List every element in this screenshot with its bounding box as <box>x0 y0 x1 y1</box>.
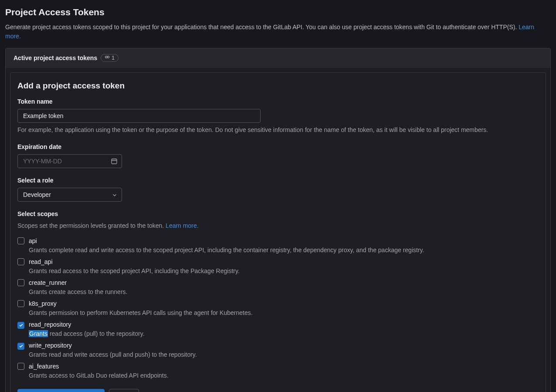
scope-row-api: apiGrants complete read and write access… <box>17 237 539 255</box>
create-token-button[interactable]: Create project access token <box>17 389 105 392</box>
page-title: Project Access Tokens <box>5 5 551 19</box>
token-name-input[interactable] <box>17 109 261 123</box>
form-heading: Add a project access token <box>17 80 539 92</box>
scope-name[interactable]: read_api <box>29 257 240 267</box>
scope-name[interactable]: read_repository <box>29 320 145 329</box>
scopes-label: Select scopes <box>17 210 539 219</box>
scope-checkbox-k8s_proxy[interactable] <box>17 300 24 307</box>
scopes-intro: Scopes set the permission levels granted… <box>17 221 539 230</box>
scope-name[interactable]: k8s_proxy <box>29 299 253 308</box>
highlighted-word: Grants <box>29 330 48 337</box>
token-icon <box>105 54 110 62</box>
scope-description: Grants read access (pull) to the reposit… <box>29 329 145 338</box>
panel-header[interactable]: Active project access tokens 1 <box>6 48 550 68</box>
svg-point-0 <box>105 56 108 58</box>
cancel-button[interactable]: Cancel <box>109 389 139 392</box>
scope-row-k8s_proxy: k8s_proxyGrants permission to perform Ku… <box>17 299 539 318</box>
token-count-value: 1 <box>112 54 115 62</box>
scope-name[interactable]: api <box>29 237 424 246</box>
panel-header-label: Active project access tokens <box>14 54 97 63</box>
scope-description-rest: read access (pull) to the repository. <box>48 330 145 337</box>
scope-checkbox-create_runner[interactable] <box>17 279 24 286</box>
page-description: Generate project access tokens scoped to… <box>5 23 551 41</box>
expiration-label: Expiration date <box>17 142 539 152</box>
scope-name[interactable]: write_repository <box>29 341 197 350</box>
scope-name[interactable]: create_runner <box>29 278 127 287</box>
page-description-text: Generate project access tokens scoped to… <box>5 24 519 30</box>
add-token-form: Add a project access token Token name Fo… <box>10 72 546 392</box>
scope-row-create_runner: create_runnerGrants create access to the… <box>17 278 539 297</box>
scope-description: Grants read access to the scoped project… <box>29 267 240 276</box>
scope-description: Grants read and write access (pull and p… <box>29 350 197 359</box>
role-select[interactable]: Developer <box>17 188 122 202</box>
scope-checkbox-read_api[interactable] <box>17 258 24 265</box>
expiration-input[interactable] <box>17 154 122 168</box>
scopes-intro-text: Scopes set the permission levels granted… <box>17 222 166 229</box>
token-count-badge: 1 <box>101 54 119 62</box>
scope-name[interactable]: ai_features <box>29 362 169 371</box>
scope-row-read_repository: read_repositoryGrants read access (pull)… <box>17 320 539 338</box>
svg-point-1 <box>107 56 109 58</box>
scope-description: Grants create access to the runners. <box>29 287 127 297</box>
scope-description: Grants permission to perform Kubernetes … <box>29 308 253 318</box>
scope-row-read_api: read_apiGrants read access to the scoped… <box>17 257 539 276</box>
scope-checkbox-read_repository[interactable] <box>17 322 24 329</box>
token-name-label: Token name <box>17 97 539 106</box>
scope-row-write_repository: write_repositoryGrants read and write ac… <box>17 341 539 359</box>
scopes-learn-more-link[interactable]: Learn more. <box>166 222 198 229</box>
scope-checkbox-ai_features[interactable] <box>17 363 24 370</box>
scope-description: Grants access to GitLab Duo related API … <box>29 371 169 380</box>
scope-description: Grants complete read and write access to… <box>29 246 424 255</box>
tokens-panel: Active project access tokens 1 Add a pro… <box>5 48 551 392</box>
token-name-help: For example, the application using the t… <box>17 125 539 135</box>
scope-checkbox-write_repository[interactable] <box>17 343 24 350</box>
role-label: Select a role <box>17 176 539 185</box>
scope-row-ai_features: ai_featuresGrants access to GitLab Duo r… <box>17 362 539 380</box>
scope-checkbox-api[interactable] <box>17 237 24 244</box>
